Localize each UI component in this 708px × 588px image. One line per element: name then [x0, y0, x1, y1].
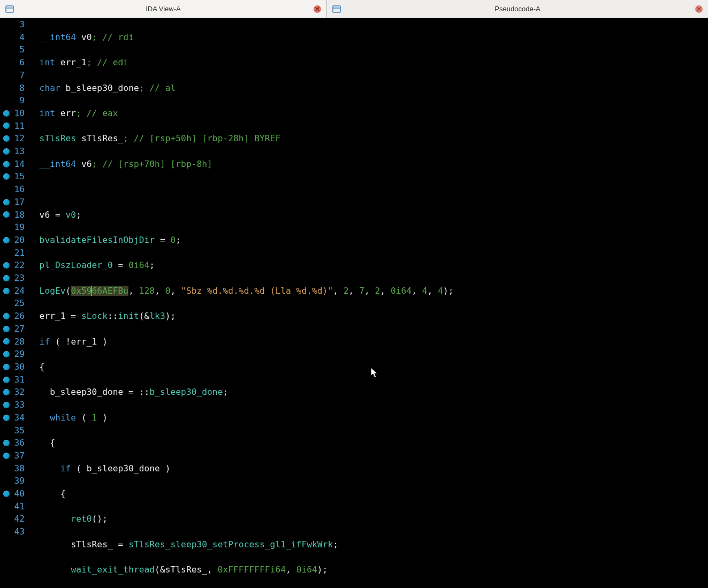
breakpoint-icon[interactable]: [3, 148, 10, 155]
line-number: 19: [0, 221, 26, 234]
svg-rect-0: [6, 6, 13, 12]
code-line: err_1 = sLock::init(&lk3);: [29, 310, 708, 323]
line-number: 34: [0, 411, 26, 424]
line-number: 8: [0, 82, 26, 95]
tab-label: IDA View-A: [146, 5, 181, 13]
line-number: 31: [0, 373, 26, 386]
line-number: 37: [0, 449, 26, 462]
line-number: 18: [0, 209, 26, 222]
breakpoint-icon[interactable]: [3, 338, 10, 345]
breakpoint-icon[interactable]: [3, 415, 10, 421]
breakpoint-icon[interactable]: [3, 440, 10, 446]
close-icon[interactable]: [695, 5, 703, 13]
code-line: b_sleep30_done = ::b_sleep30_done;: [29, 386, 708, 399]
line-number: 9: [0, 94, 26, 107]
line-number: 39: [0, 475, 26, 487]
line-number: 43: [0, 525, 26, 538]
tab-pseudocode-a[interactable]: Pseudocode-A: [327, 0, 708, 18]
line-number: 3: [0, 18, 26, 31]
code-line: while ( 1 ): [29, 411, 708, 424]
breakpoint-icon[interactable]: [3, 123, 10, 129]
line-number: 21: [0, 247, 26, 259]
line-number: 42: [0, 513, 26, 525]
line-number: 22: [0, 259, 26, 272]
breakpoint-icon[interactable]: [3, 326, 10, 332]
breakpoint-icon[interactable]: [3, 491, 10, 497]
line-number-gutter: 3456789101112131415161718192021222324252…: [0, 18, 28, 588]
breakpoint-icon[interactable]: [3, 173, 10, 180]
line-number: 10: [0, 107, 26, 120]
tab-ida-view-a[interactable]: IDA View-A: [0, 0, 327, 18]
code-editor[interactable]: 3456789101112131415161718192021222324252…: [0, 18, 708, 588]
breakpoint-icon[interactable]: [3, 275, 10, 281]
breakpoint-icon[interactable]: [3, 402, 10, 408]
line-number: 11: [0, 120, 26, 133]
line-number: 13: [0, 145, 26, 158]
breakpoint-icon[interactable]: [3, 211, 10, 218]
line-number: 26: [0, 310, 26, 323]
breakpoint-icon[interactable]: [3, 110, 10, 117]
line-number: 20: [0, 234, 26, 247]
view-icon: [5, 5, 14, 13]
breakpoint-icon[interactable]: [3, 262, 10, 269]
code-line: bvalidateFilesInObjDir = 0;: [29, 234, 708, 247]
breakpoint-icon[interactable]: [3, 389, 10, 395]
breakpoint-icon[interactable]: [3, 237, 10, 243]
code-line: [29, 183, 708, 196]
line-number: 14: [0, 158, 26, 171]
code-content[interactable]: __int64 v0; // rdi int err_1; // edi cha…: [28, 18, 708, 588]
code-line: sTlsRes_ = sTlsRes_sleep30_setProcess_gl…: [29, 538, 708, 551]
line-number: 24: [0, 285, 26, 297]
breakpoint-icon[interactable]: [3, 453, 10, 459]
line-number: 28: [0, 335, 26, 348]
line-number: 38: [0, 462, 26, 475]
code-line: pl_DszLoader_0 = 0i64;: [29, 259, 708, 272]
code-line: ret0();: [29, 513, 708, 525]
line-number: 40: [0, 487, 26, 500]
code-line: __int64 v0; // rdi: [29, 31, 708, 44]
line-number: 25: [0, 297, 26, 310]
code-line: {: [29, 361, 708, 373]
code-line: wait_exit_thread(&sTlsRes_, 0xFFFFFFFFi6…: [29, 563, 708, 576]
line-number: 33: [0, 399, 26, 411]
tab-bar: IDA View-A Pseudocode-A: [0, 0, 708, 18]
breakpoint-icon[interactable]: [3, 288, 10, 294]
svg-rect-2: [333, 6, 340, 12]
breakpoint-icon[interactable]: [3, 161, 10, 167]
line-number: 41: [0, 500, 26, 513]
tab-label: Pseudocode-A: [494, 5, 540, 13]
line-number: 12: [0, 132, 26, 145]
breakpoint-icon[interactable]: [3, 364, 10, 370]
code-line: int err_1; // edi: [29, 56, 708, 69]
line-number: 17: [0, 196, 26, 209]
line-number: 32: [0, 386, 26, 399]
breakpoint-icon[interactable]: [3, 377, 10, 383]
line-number: 30: [0, 361, 26, 373]
code-line: char b_sleep30_done; // al: [29, 82, 708, 95]
code-line: __int64 v6; // [rsp+70h] [rbp-8h]: [29, 158, 708, 171]
line-number: 35: [0, 424, 26, 437]
code-line: v6 = v0;: [29, 209, 708, 222]
code-line: LogEv(0x5966AEFBu, 128, 0, "Sbz %d.%d.%d…: [29, 285, 708, 297]
view-icon: [332, 5, 341, 13]
code-line: sTlsRes sTlsRes_; // [rsp+50h] [rbp-28h]…: [29, 132, 708, 145]
line-number: 27: [0, 323, 26, 335]
code-line: {: [29, 487, 708, 500]
line-number: 6: [0, 56, 26, 69]
breakpoint-icon[interactable]: [3, 313, 10, 319]
breakpoint-icon[interactable]: [3, 351, 10, 357]
code-line: {: [29, 437, 708, 449]
code-line: int err; // eax: [29, 107, 708, 120]
line-number: 7: [0, 69, 26, 82]
line-number: 5: [0, 43, 26, 56]
code-line: if ( b_sleep30_done ): [29, 462, 708, 475]
breakpoint-icon[interactable]: [3, 199, 10, 205]
line-number: 15: [0, 170, 26, 183]
line-number: 23: [0, 272, 26, 285]
line-number: 16: [0, 183, 26, 196]
breakpoint-icon[interactable]: [3, 135, 10, 142]
code-line: if ( !err_1 ): [29, 335, 708, 348]
close-icon[interactable]: [314, 5, 321, 13]
line-number: 4: [0, 31, 26, 44]
line-number: 29: [0, 348, 26, 361]
